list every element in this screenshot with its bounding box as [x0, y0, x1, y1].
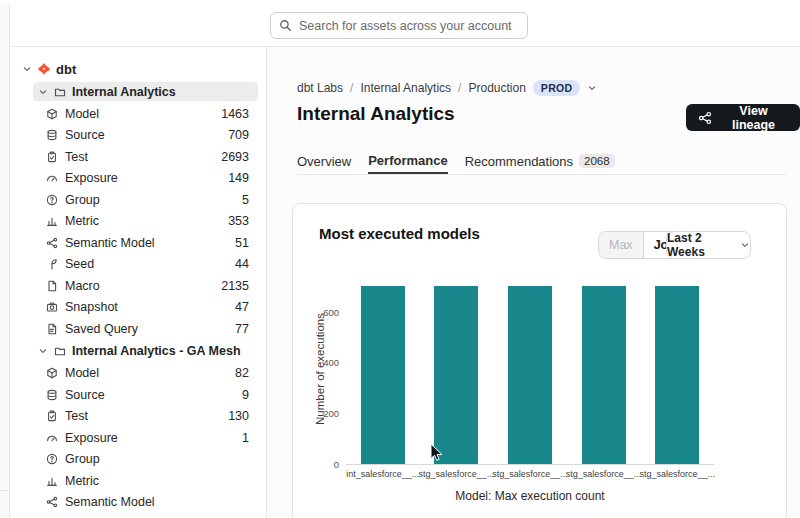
- sidebar-item-saved-query[interactable]: Saved Query77: [10, 318, 266, 340]
- metric-icon: [46, 475, 58, 487]
- sidebar-project-internal-analytics[interactable]: Internal Analytics: [33, 82, 258, 101]
- toggle-max[interactable]: Max: [599, 232, 643, 258]
- tab-badge: 2068: [579, 154, 615, 168]
- search-input[interactable]: [299, 19, 519, 33]
- sidebar-item-group[interactable]: Group5: [10, 189, 266, 211]
- saved-query-icon: [46, 323, 58, 335]
- sidebar-root-label: dbt: [56, 62, 76, 77]
- folder-icon: [54, 345, 66, 357]
- tab-recommendations[interactable]: Recommendations2068: [465, 153, 615, 174]
- sidebar-item-snapshot[interactable]: Snapshot47: [10, 297, 266, 319]
- item-label: Source: [65, 128, 105, 142]
- sidebar-item-exposure[interactable]: Exposure149: [10, 168, 266, 190]
- x-axis-line: [346, 464, 714, 465]
- tab-bar: OverviewPerformanceRecommendations2068: [297, 153, 615, 174]
- chevron-down-icon[interactable]: [22, 64, 32, 74]
- sidebar-item-semantic-model[interactable]: Semantic Model: [10, 492, 266, 514]
- tab-bar-divider: [297, 174, 786, 175]
- sidebar-project-internal-analytics-ga-mesh[interactable]: Internal Analytics - GA Mesh: [33, 342, 258, 361]
- breadcrumb-project[interactable]: Internal Analytics: [360, 81, 451, 95]
- project-label: Internal Analytics - GA Mesh: [72, 344, 241, 358]
- item-count: 44: [235, 257, 249, 271]
- sidebar-item-test[interactable]: Test130: [10, 406, 266, 428]
- sidebar-item-source[interactable]: Source9: [10, 384, 266, 406]
- page-title: Internal Analytics: [297, 103, 455, 125]
- source-icon: [46, 129, 58, 141]
- breadcrumb-separator: /: [458, 81, 461, 95]
- prod-badge: PROD: [533, 80, 581, 96]
- item-label: Snapshot: [65, 300, 118, 314]
- bar-stg_salesforce__...[interactable]: [655, 286, 699, 464]
- x-category-label: int_salesforce__...: [343, 469, 423, 479]
- search-icon: [279, 19, 292, 32]
- date-range-value: Last 2 Weeks: [667, 231, 734, 259]
- item-count: 5: [242, 193, 249, 207]
- sidebar-item-seed[interactable]: Seed44: [10, 254, 266, 276]
- item-count: 1: [242, 431, 249, 445]
- item-label: Source: [65, 388, 105, 402]
- chevron-down-icon[interactable]: [38, 346, 48, 356]
- sidebar-item-group[interactable]: Group: [10, 449, 266, 471]
- sidebar-item-macro[interactable]: Macro2135: [10, 275, 266, 297]
- chevron-down-icon: [740, 240, 750, 250]
- model-icon: [46, 367, 58, 379]
- bar-stg_salesforce__...[interactable]: [434, 286, 478, 464]
- item-label: Semantic Model: [65, 236, 155, 250]
- y-tick-600: 600: [299, 306, 339, 317]
- bar-int_salesforce__...[interactable]: [361, 286, 405, 464]
- breadcrumb: dbt Labs / Internal Analytics / Producti…: [297, 80, 597, 96]
- test-icon: [46, 151, 58, 163]
- sidebar-item-metric[interactable]: Metric353: [10, 211, 266, 233]
- global-search[interactable]: [270, 12, 528, 39]
- snapshot-icon: [46, 301, 58, 313]
- lineage-icon: [698, 111, 712, 125]
- sidebar-item-test[interactable]: Test2693: [10, 146, 266, 168]
- macro-icon: [46, 280, 58, 292]
- item-count: 2693: [221, 150, 249, 164]
- chevron-down-icon[interactable]: [587, 83, 597, 93]
- project-label: Internal Analytics: [72, 85, 176, 99]
- item-label: Model: [65, 107, 99, 121]
- tab-label: Overview: [297, 154, 351, 169]
- item-label: Metric: [65, 214, 99, 228]
- breadcrumb-environment[interactable]: Production: [468, 81, 525, 95]
- breadcrumb-account[interactable]: dbt Labs: [297, 81, 343, 95]
- item-label: Metric: [65, 474, 99, 488]
- sidebar-item-model[interactable]: Model1463: [10, 103, 266, 125]
- item-count: 709: [228, 128, 249, 142]
- item-count: 77: [235, 322, 249, 336]
- item-label: Model: [65, 366, 99, 380]
- chevron-down-icon[interactable]: [38, 87, 48, 97]
- view-lineage-button[interactable]: View lineage: [686, 104, 800, 131]
- item-count: 130: [228, 409, 249, 423]
- sidebar-item-semantic-model[interactable]: Semantic Model51: [10, 232, 266, 254]
- bar-stg_salesforce__...[interactable]: [582, 286, 626, 464]
- item-label: Saved Query: [65, 322, 138, 336]
- sidebar-item-source[interactable]: Source709: [10, 125, 266, 147]
- y-tick-200: 200: [299, 408, 339, 419]
- x-category-label: stg_salesforce__...: [490, 469, 570, 479]
- tab-label: Recommendations: [465, 154, 573, 169]
- tab-overview[interactable]: Overview: [297, 153, 351, 174]
- group-icon: [46, 453, 58, 465]
- test-icon: [46, 410, 58, 422]
- x-axis-title: Model: Max execution count: [346, 489, 714, 503]
- bar-stg_salesforce__...[interactable]: [508, 286, 552, 464]
- sidebar: dbt Internal AnalyticsModel1463Source709…: [10, 47, 267, 518]
- x-category-label: stg_salesforce__...: [637, 469, 717, 479]
- item-count: 47: [235, 300, 249, 314]
- sidebar-root-dbt[interactable]: dbt: [10, 59, 266, 79]
- item-count: 2135: [221, 279, 249, 293]
- item-label: Exposure: [65, 171, 118, 185]
- sidebar-item-exposure[interactable]: Exposure1: [10, 427, 266, 449]
- sidebar-item-model[interactable]: Model82: [10, 363, 266, 385]
- tab-performance[interactable]: Performance: [368, 153, 447, 174]
- sidebar-item-metric[interactable]: Metric: [10, 470, 266, 492]
- item-count: 149: [228, 171, 249, 185]
- date-range-dropdown[interactable]: Last 2 Weeks: [666, 231, 751, 259]
- item-count: 1463: [221, 107, 249, 121]
- item-label: Group: [65, 193, 100, 207]
- source-icon: [46, 389, 58, 401]
- item-label: Semantic Model: [65, 495, 155, 509]
- view-lineage-label: View lineage: [719, 104, 788, 132]
